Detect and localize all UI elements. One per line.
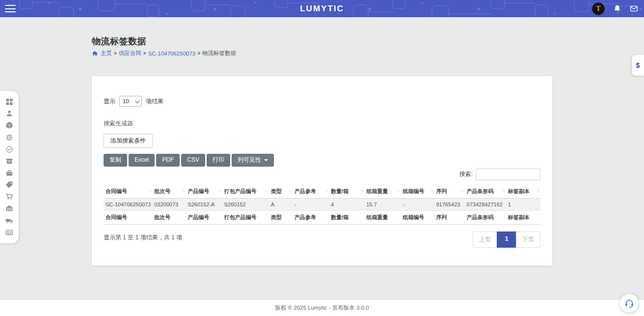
headset-icon bbox=[624, 298, 635, 309]
cart-icon[interactable] bbox=[5, 193, 13, 201]
search-input[interactable] bbox=[476, 169, 540, 180]
sort-icon: ↑↓ bbox=[265, 188, 268, 193]
column-header[interactable]: 纸箱编号↑↓ bbox=[401, 185, 434, 199]
page-size-select[interactable]: 10 bbox=[119, 96, 142, 107]
table-header-row: 合同编号↑↓ 批次号↑↓ 产品编号↑↓ 打包产品编号↑↓ 类型↑↓ 产品参考↑↓… bbox=[104, 185, 540, 199]
footer-header: 纸箱重量 bbox=[364, 210, 401, 224]
menu-hamburger-icon[interactable] bbox=[5, 5, 16, 12]
breadcrumb-link-supply-contract[interactable]: 供应合同 bbox=[119, 50, 141, 57]
home-icon bbox=[92, 51, 98, 57]
search-label: 搜索: bbox=[459, 170, 473, 178]
user-avatar[interactable]: T bbox=[592, 2, 605, 15]
footer-header: 数量/箱 bbox=[329, 210, 364, 224]
breadcrumb-current: 物流标签数据 bbox=[202, 50, 236, 57]
export-toolbar: 复制 Excel PDF CSV 打印 列可见性 bbox=[104, 154, 540, 167]
sort-icon: ↑↓ bbox=[182, 188, 184, 193]
top-navbar: »«« »« LUMYTIC T bbox=[0, 0, 644, 17]
csv-button[interactable]: CSV bbox=[181, 154, 205, 167]
cell-serial: 91765423 bbox=[434, 198, 464, 210]
pdf-button[interactable]: PDF bbox=[156, 154, 180, 167]
sort-icon: ↑↓ bbox=[325, 188, 327, 193]
copy-button[interactable]: 复制 bbox=[104, 154, 127, 167]
tag-icon[interactable] bbox=[5, 181, 13, 189]
pagination-next-button[interactable]: 下页 bbox=[516, 231, 540, 248]
column-visibility-label: 列可见性 bbox=[238, 156, 261, 164]
copyright-text: 版权 © 2025 Lumytic - 发布版本 3.0.0 bbox=[275, 304, 369, 312]
column-header[interactable]: 产品参考↑↓ bbox=[293, 185, 329, 199]
navbar-right-group: T bbox=[592, 0, 638, 17]
avatar-initial: T bbox=[596, 5, 600, 13]
sort-icon: ↑↓ bbox=[148, 188, 151, 193]
column-header[interactable]: 数量/箱↑↓ bbox=[329, 185, 364, 199]
print-button[interactable]: 打印 bbox=[207, 154, 230, 167]
truck-icon[interactable] bbox=[5, 217, 13, 225]
user-icon[interactable] bbox=[5, 110, 13, 117]
sort-icon: ↑↓ bbox=[537, 188, 539, 193]
column-header[interactable]: 序列↑↓ bbox=[434, 185, 464, 199]
page-footer: 版权 © 2025 Lumytic - 发布版本 3.0.0 bbox=[0, 299, 644, 316]
table-info-text: 显示第 1 至 1 项结果，共 1 项 bbox=[104, 231, 182, 242]
breadcrumb-home-link[interactable]: 主页 bbox=[101, 50, 112, 57]
pagination-prev-button[interactable]: 上页 bbox=[473, 231, 497, 248]
sort-icon: ↑↓ bbox=[397, 188, 399, 193]
dashboard-grid-icon[interactable] bbox=[5, 98, 13, 106]
support-button[interactable] bbox=[620, 294, 639, 313]
column-header[interactable]: 打包产品编号↑↓ bbox=[222, 185, 269, 199]
sort-icon: ↑↓ bbox=[502, 188, 505, 193]
page-size-value: 10 bbox=[123, 98, 129, 104]
pagination-page-1-button[interactable]: 1 bbox=[497, 231, 516, 248]
archive-icon[interactable] bbox=[5, 157, 13, 165]
sort-icon: ↑↓ bbox=[289, 188, 291, 193]
table-bottom-row: 显示第 1 至 1 项结果，共 1 项 上页 1 下页 bbox=[104, 231, 540, 248]
main-content-card: 显示 10 项结果 搜索生成器 添加搜索条件 复制 Excel PDF CSV … bbox=[92, 76, 552, 265]
cell-contract-number: SC-104706250073 bbox=[104, 198, 152, 210]
footer-header: 合同编号 bbox=[104, 210, 152, 224]
table-footer-row: 合同编号 批次号 产品编号 打包产品编号 类型 产品参考 数量/箱 纸箱重量 纸… bbox=[104, 210, 540, 224]
app-logo[interactable]: LUMYTIC bbox=[0, 0, 644, 17]
cell-type: A bbox=[269, 198, 293, 210]
column-visibility-button[interactable]: 列可见性 bbox=[232, 154, 274, 167]
footer-header: 类型 bbox=[269, 210, 293, 224]
column-header[interactable]: 类型↑↓ bbox=[269, 185, 293, 199]
gear-icon[interactable] bbox=[5, 134, 13, 142]
package-icon[interactable] bbox=[5, 121, 13, 129]
excel-button[interactable]: Excel bbox=[129, 154, 155, 167]
bell-icon[interactable] bbox=[613, 4, 621, 13]
footer-header: 序列 bbox=[434, 210, 464, 224]
page-header: 物流标签数据 主页 > 供应合同 > SC-104706250073 > 物流标… bbox=[92, 35, 236, 57]
sort-icon: ↑↓ bbox=[218, 188, 221, 193]
column-header[interactable]: 产品条形码↑↓ bbox=[465, 185, 506, 199]
pagination: 上页 1 下页 bbox=[473, 231, 540, 248]
cell-carton-weight: 15.7 bbox=[364, 198, 401, 210]
cell-product-number: S260152-A bbox=[186, 198, 222, 210]
footer-header: 产品参考 bbox=[293, 210, 329, 224]
envelope-icon[interactable] bbox=[630, 4, 638, 13]
results-suffix-label: 项结果 bbox=[146, 97, 163, 106]
table-search-row: 搜索: bbox=[104, 169, 540, 180]
breadcrumb-separator: > bbox=[114, 51, 117, 56]
cell-label-copies: 1 bbox=[506, 198, 540, 210]
column-header[interactable]: 产品编号↑↓ bbox=[186, 185, 222, 199]
briefcase-icon[interactable] bbox=[5, 169, 13, 177]
id-card-icon[interactable] bbox=[5, 229, 13, 236]
column-header[interactable]: 批次号↑↓ bbox=[152, 185, 186, 199]
column-header[interactable]: 合同编号↑↓ bbox=[104, 185, 152, 199]
sort-icon: ↑↓ bbox=[430, 188, 432, 193]
warehouse-icon[interactable] bbox=[5, 204, 13, 212]
footer-header: 标签副本 bbox=[506, 210, 540, 224]
column-header[interactable]: 标签副本↑↓ bbox=[506, 185, 540, 199]
footer-header: 产品编号 bbox=[186, 210, 222, 224]
breadcrumb-link-contract-number[interactable]: SC-104706250073 bbox=[148, 51, 196, 57]
cell-carton-number: - bbox=[401, 198, 434, 210]
cell-product-barcode: 073428427162 bbox=[465, 198, 506, 210]
cell-qty-per-box: 4 bbox=[329, 198, 364, 210]
column-header[interactable]: 纸箱重量↑↓ bbox=[364, 185, 401, 199]
footer-header: 打包产品编号 bbox=[222, 210, 269, 224]
check-circle-icon[interactable] bbox=[5, 145, 13, 153]
breadcrumb-separator: > bbox=[143, 51, 146, 56]
sort-icon: ↑↓ bbox=[461, 188, 463, 193]
add-search-condition-button[interactable]: 添加搜索条件 bbox=[104, 134, 153, 148]
sidebar-nav bbox=[0, 91, 19, 243]
show-label: 显示 bbox=[104, 97, 115, 106]
currency-tab[interactable]: $ bbox=[632, 55, 644, 76]
